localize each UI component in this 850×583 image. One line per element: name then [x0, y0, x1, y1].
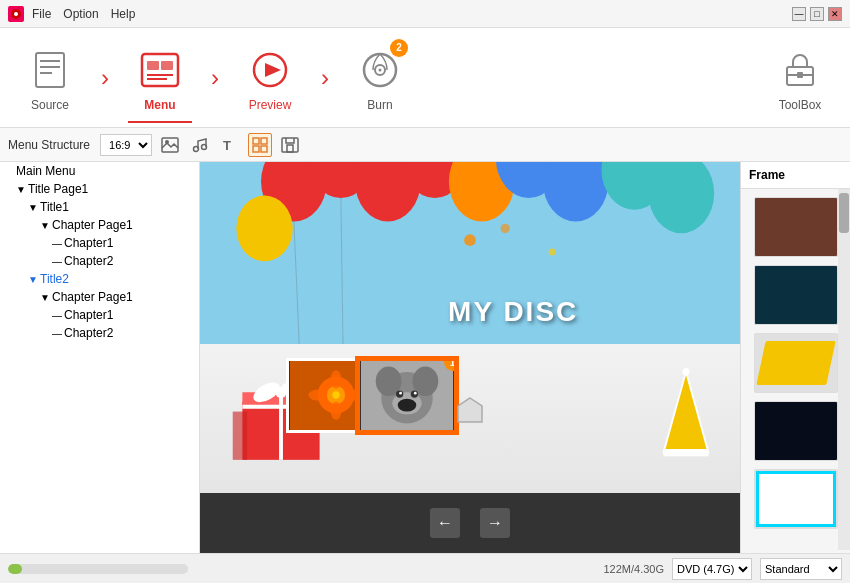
tree-main-menu[interactable]: Main Menu	[0, 162, 199, 180]
right-scrollbar[interactable]	[838, 189, 850, 550]
svg-point-21	[194, 146, 199, 151]
menu-structure-label: Menu Structure	[8, 138, 90, 152]
svg-point-51	[275, 387, 287, 399]
svg-rect-26	[253, 146, 259, 152]
svg-point-59	[333, 392, 340, 399]
frame-brown[interactable]	[754, 197, 838, 257]
arrow-3: ›	[310, 64, 340, 92]
svg-marker-12	[265, 63, 281, 77]
source-icon	[26, 44, 74, 96]
scene-container[interactable]: MY DISC	[200, 162, 740, 493]
cyan-border	[756, 471, 836, 527]
music-icon[interactable]	[188, 133, 212, 157]
scene-background: MY DISC	[200, 162, 740, 493]
svg-point-63	[331, 402, 342, 420]
preview-icon	[246, 44, 294, 96]
frame-cyan[interactable]	[754, 469, 838, 529]
aspect-ratio-select[interactable]: 16:9 4:3	[100, 134, 152, 156]
canvas-area: MY DISC	[200, 162, 740, 553]
toolbar-burn[interactable]: 2 Burn	[340, 33, 420, 123]
svg-point-60	[309, 390, 327, 401]
toolbar-menu[interactable]: Menu	[120, 33, 200, 123]
menu-file[interactable]: File	[32, 7, 51, 21]
svg-point-73	[413, 392, 416, 395]
photo-2-image	[360, 361, 454, 430]
svg-rect-25	[261, 138, 267, 144]
frame-dark[interactable]	[754, 401, 838, 461]
tree-title1[interactable]: ▼Title1	[0, 198, 199, 216]
svg-point-39	[648, 162, 714, 233]
frame-teal[interactable]	[754, 265, 838, 325]
toolbar-preview[interactable]: Preview	[230, 33, 310, 123]
prev-button[interactable]: ←	[430, 508, 460, 538]
tree-chapter-page1-2[interactable]: ▼Chapter Page1	[0, 288, 199, 306]
arrow-1: ›	[90, 64, 120, 92]
toolbox-label: ToolBox	[779, 98, 822, 112]
toolbar-source[interactable]: Source	[10, 33, 90, 123]
svg-rect-6	[142, 54, 178, 86]
svg-point-72	[399, 392, 402, 395]
svg-point-37	[236, 196, 292, 262]
progress-bar-container	[8, 564, 188, 574]
source-label: Source	[31, 98, 69, 112]
menu-option[interactable]: Option	[63, 7, 98, 21]
window-controls: — □ ✕	[792, 7, 842, 21]
tree-chapter2-1[interactable]: —Chapter2	[0, 252, 199, 270]
save-icon[interactable]	[278, 133, 302, 157]
svg-text:T: T	[223, 138, 231, 153]
quality-select[interactable]: Standard High Quality Best Quality	[760, 558, 842, 580]
toolbox-icon	[776, 44, 824, 96]
svg-point-40	[464, 234, 476, 246]
tree-chapter1-1[interactable]: —Chapter1	[0, 234, 199, 252]
progress-bar-fill	[8, 564, 22, 574]
maximize-button[interactable]: □	[810, 7, 824, 21]
svg-point-41	[501, 224, 510, 233]
svg-line-43	[294, 221, 300, 357]
tree-chapter1-2[interactable]: —Chapter1	[0, 306, 199, 324]
burn-label: Burn	[367, 98, 392, 112]
svg-marker-74	[458, 398, 482, 422]
tree-chapter2-2[interactable]: —Chapter2	[0, 324, 199, 342]
party-hat	[659, 367, 713, 466]
main-toolbar: Source › Menu › Preview › 2	[0, 28, 850, 128]
canvas-nav: ← →	[200, 493, 740, 553]
image-icon[interactable]	[158, 133, 182, 157]
svg-rect-7	[147, 61, 159, 70]
tree-title-page1[interactable]: ▼Title Page1	[0, 180, 199, 198]
frames-scroll-area[interactable]	[741, 189, 850, 550]
svg-rect-2	[36, 53, 64, 87]
tree-title2[interactable]: ▼Title2	[0, 270, 199, 288]
svg-point-22	[202, 144, 207, 149]
next-button[interactable]: →	[480, 508, 510, 538]
preview-label: Preview	[249, 98, 292, 112]
dvd-type-select[interactable]: DVD (4.7G) DVD (8.5G) Blu-ray	[672, 558, 752, 580]
svg-point-15	[379, 68, 382, 71]
title-bar: File Option Help — □ ✕	[0, 0, 850, 28]
menu-label: Menu	[144, 98, 175, 112]
frame-yellow[interactable]	[754, 333, 838, 393]
text-icon[interactable]: T	[218, 133, 242, 157]
layout-icon[interactable]	[248, 133, 272, 157]
svg-rect-8	[161, 61, 173, 70]
storage-info: 122M/4.30G	[603, 563, 664, 575]
svg-rect-18	[797, 72, 803, 78]
menu-icon	[136, 44, 184, 96]
close-button[interactable]: ✕	[828, 7, 842, 21]
photo-frame-2[interactable]: 1	[357, 358, 457, 433]
home-button[interactable]	[456, 396, 484, 427]
svg-point-62	[331, 371, 342, 389]
svg-rect-52	[233, 412, 247, 460]
toolbar-toolbox[interactable]: ToolBox	[760, 33, 840, 123]
svg-point-1	[14, 12, 18, 16]
menu-help[interactable]: Help	[111, 7, 136, 21]
svg-rect-27	[261, 146, 267, 152]
status-bar: 122M/4.30G DVD (4.7G) DVD (8.5G) Blu-ray…	[0, 553, 850, 583]
svg-point-55	[682, 368, 689, 375]
sub-toolbar: Menu Structure 16:9 4:3 T	[0, 128, 850, 162]
frames-panel: Frame	[740, 162, 850, 553]
tree-chapter-page1-1[interactable]: ▼Chapter Page1	[0, 216, 199, 234]
minimize-button[interactable]: —	[792, 7, 806, 21]
burn-badge: 2	[390, 39, 408, 57]
frames-label: Frame	[749, 168, 785, 182]
scrollbar-thumb[interactable]	[839, 193, 849, 233]
